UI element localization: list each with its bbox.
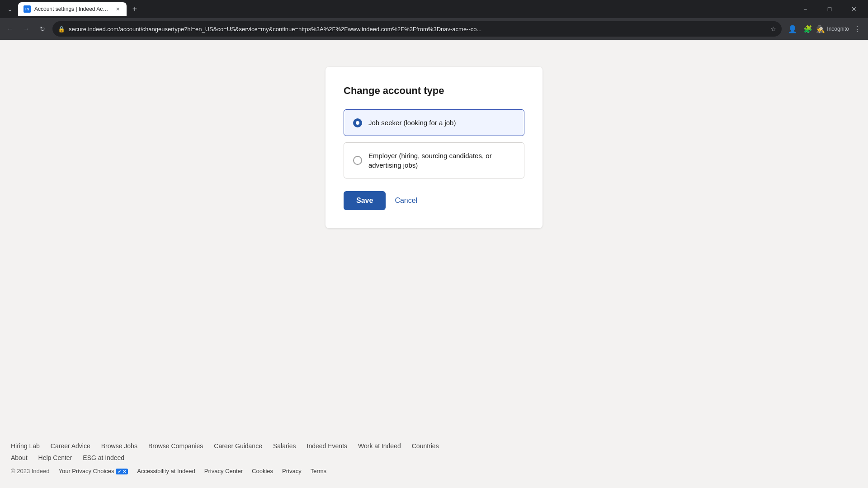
address-bar[interactable]: 🔒 secure.indeed.com/account/changeuserty… — [52, 21, 782, 37]
tab-switcher-button[interactable]: ⌄ — [4, 3, 16, 15]
browser-chrome: ⌄ In Account settings | Indeed Acco... ✕… — [0, 0, 868, 40]
new-tab-button[interactable]: + — [128, 3, 141, 15]
footer-bottom: © 2023 Indeed Your Privacy Choices ✓✕ Ac… — [11, 468, 857, 474]
minimize-button[interactable]: − — [795, 0, 816, 18]
jobseeker-radio-inner — [356, 121, 359, 125]
footer-link-career-guidance[interactable]: Career Guidance — [214, 442, 262, 450]
footer-links-row-2: About Help Center ESG at Indeed — [11, 454, 857, 461]
toolbar-icons: 👤 🧩 🕵️ Incognito ⋮ — [785, 22, 864, 36]
incognito-badge: 🕵️ Incognito — [816, 25, 849, 33]
footer-terms[interactable]: Terms — [311, 468, 326, 474]
footer-accessibility[interactable]: Accessibility at Indeed — [137, 468, 195, 474]
extensions-icon[interactable]: 🧩 — [801, 22, 815, 36]
footer: Hiring Lab Career Advice Browse Jobs Bro… — [0, 424, 868, 488]
address-bar-row: ← → ↻ 🔒 secure.indeed.com/account/change… — [0, 18, 868, 40]
buttons-row: Save Cancel — [344, 191, 524, 210]
footer-link-browse-companies[interactable]: Browse Companies — [148, 442, 203, 450]
reload-button[interactable]: ↻ — [36, 23, 49, 35]
browser-titlebar: ⌄ In Account settings | Indeed Acco... ✕… — [0, 0, 868, 18]
profile-icon[interactable]: 👤 — [785, 22, 800, 36]
footer-link-help-center[interactable]: Help Center — [38, 454, 72, 461]
page-content: Change account type Job seeker (looking … — [0, 40, 868, 424]
footer-link-browse-jobs[interactable]: Browse Jobs — [101, 442, 137, 450]
save-button[interactable]: Save — [344, 191, 386, 210]
back-button[interactable]: ← — [4, 23, 16, 35]
footer-link-work-at-indeed[interactable]: Work at Indeed — [358, 442, 401, 450]
employer-option[interactable]: Employer (hiring, sourcing candidates, o… — [344, 142, 524, 178]
footer-link-about[interactable]: About — [11, 454, 28, 461]
jobseeker-radio[interactable] — [353, 118, 362, 127]
window-controls: − □ ✕ — [795, 0, 864, 18]
footer-link-esg[interactable]: ESG at Indeed — [83, 454, 124, 461]
footer-privacy[interactable]: Privacy — [282, 468, 302, 474]
footer-copyright: © 2023 Indeed — [11, 468, 49, 474]
footer-link-career-advice[interactable]: Career Advice — [51, 442, 90, 450]
jobseeker-option[interactable]: Job seeker (looking for a job) — [344, 109, 524, 136]
footer-cookies[interactable]: Cookies — [252, 468, 273, 474]
employer-label: Employer (hiring, sourcing candidates, o… — [368, 151, 515, 170]
footer-link-salaries[interactable]: Salaries — [273, 442, 296, 450]
footer-links-row: Hiring Lab Career Advice Browse Jobs Bro… — [11, 442, 857, 450]
maximize-button[interactable]: □ — [819, 0, 840, 18]
tab-title: Account settings | Indeed Acco... — [34, 6, 110, 12]
card-title: Change account type — [344, 85, 524, 97]
forward-button[interactable]: → — [20, 23, 33, 35]
tab-close-button[interactable]: ✕ — [114, 5, 121, 13]
employer-radio[interactable] — [353, 156, 362, 165]
footer-link-countries[interactable]: Countries — [412, 442, 439, 450]
bookmark-icon[interactable]: ☆ — [770, 25, 776, 33]
titlebar-left: ⌄ — [4, 3, 16, 15]
url-text: secure.indeed.com/account/changeusertype… — [69, 26, 767, 33]
menu-icon[interactable]: ⋮ — [850, 22, 864, 36]
jobseeker-label: Job seeker (looking for a job) — [368, 118, 456, 127]
footer-link-indeed-events[interactable]: Indeed Events — [307, 442, 348, 450]
footer-link-hiring-lab[interactable]: Hiring Lab — [11, 442, 40, 450]
change-account-type-card: Change account type Job seeker (looking … — [326, 67, 542, 228]
privacy-badge: ✓✕ — [116, 469, 128, 474]
active-tab[interactable]: In Account settings | Indeed Acco... ✕ — [18, 2, 127, 16]
footer-privacy-center[interactable]: Privacy Center — [204, 468, 243, 474]
lock-icon: 🔒 — [58, 26, 65, 33]
tab-favicon: In — [24, 5, 31, 13]
footer-privacy-choices[interactable]: Your Privacy Choices ✓✕ — [58, 468, 128, 474]
close-button[interactable]: ✕ — [844, 0, 864, 18]
cancel-button[interactable]: Cancel — [395, 197, 417, 205]
